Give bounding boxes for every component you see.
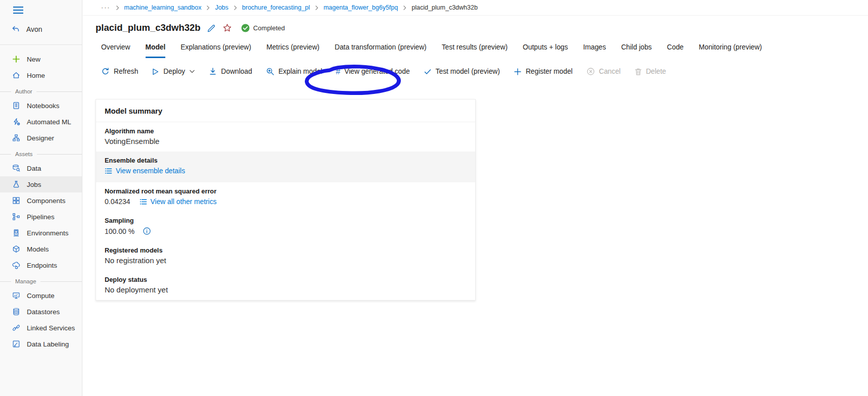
sidebar-group-manage: Manage xyxy=(0,278,82,284)
cancel-button[interactable]: Cancel xyxy=(586,67,621,76)
sidebar-item-label: New xyxy=(27,56,40,63)
model-summary-card: Model summary Algorithm name VotingEnsem… xyxy=(96,99,476,301)
tab-model[interactable]: Model xyxy=(146,43,166,58)
breadcrumb-overflow-button[interactable]: ··· xyxy=(101,4,111,11)
sampling-value: 100.00 % xyxy=(105,227,134,235)
plus-icon xyxy=(514,68,522,76)
chevron-down-icon xyxy=(189,69,195,74)
sidebar-item-endpoints[interactable]: Endpoints xyxy=(0,257,82,273)
sidebar-item-linked-services[interactable]: Linked Services xyxy=(0,320,82,336)
sidebar-item-label: Datastores xyxy=(27,308,60,316)
sidebar-item-data-labeling[interactable]: Data Labeling xyxy=(0,336,82,352)
refresh-icon xyxy=(101,67,110,76)
tab-outputs-logs[interactable]: Outputs + logs xyxy=(523,43,568,58)
magnifier-plus-icon xyxy=(266,67,275,76)
breadcrumb-link[interactable]: machine_learning_sandbox xyxy=(124,4,202,11)
sidebar-item-label: Notebooks xyxy=(27,102,60,110)
card-title: Model summary xyxy=(96,100,475,122)
sidebar-item-automated-ml[interactable]: Automated ML xyxy=(0,114,82,130)
checkmark-icon xyxy=(424,68,432,75)
notebook-icon xyxy=(12,102,20,110)
sidebar-item-new[interactable]: New xyxy=(0,51,82,67)
row-value: VotingEnsemble xyxy=(105,137,467,145)
register-model-button[interactable]: Register model xyxy=(514,68,573,76)
tab-data-transformation[interactable]: Data transformation (preview) xyxy=(335,43,427,58)
jobs-flask-icon xyxy=(12,180,20,188)
tab-overview[interactable]: Overview xyxy=(101,43,130,58)
delete-button[interactable]: Delete xyxy=(634,68,666,76)
sidebar-item-home[interactable]: Home xyxy=(0,67,82,83)
tab-test-results[interactable]: Test results (preview) xyxy=(442,43,508,58)
view-all-metrics-link[interactable]: View all other metrics xyxy=(140,198,217,206)
components-icon xyxy=(12,196,20,205)
sidebar-item-environments[interactable]: Environments xyxy=(0,225,82,241)
sidebar-item-label: Environments xyxy=(27,229,69,237)
sidebar-item-designer[interactable]: Designer xyxy=(0,130,82,146)
breadcrumb-current: placid_plum_c3dwh32b xyxy=(412,4,478,11)
plus-icon xyxy=(12,55,20,63)
sidebar-item-jobs[interactable]: Jobs xyxy=(0,176,82,192)
sidebar-item-label: Designer xyxy=(27,134,54,142)
tab-metrics[interactable]: Metrics (preview) xyxy=(266,43,319,58)
summary-row-algorithm: Algorithm name VotingEnsemble xyxy=(96,122,475,152)
row-label: Algorithm name xyxy=(105,127,467,135)
completed-check-icon xyxy=(241,24,250,32)
row-value: No registration yet xyxy=(105,256,467,265)
sidebar-item-label: Components xyxy=(27,197,66,205)
sidebar-item-label: Linked Services xyxy=(27,324,75,332)
breadcrumb-link[interactable]: Jobs xyxy=(215,4,228,11)
sidebar-item-label: Jobs xyxy=(27,181,41,188)
sidebar-item-pipelines[interactable]: Pipelines xyxy=(0,209,82,225)
data-labeling-icon xyxy=(12,340,20,348)
sidebar: Avon New Home Author Notebooks xyxy=(0,0,82,396)
hamburger-menu-icon[interactable] xyxy=(0,5,82,23)
sidebar-item-label: Pipelines xyxy=(27,213,55,221)
tab-monitoring[interactable]: Monitoring (preview) xyxy=(699,43,762,58)
edit-pencil-icon[interactable] xyxy=(207,23,216,33)
workspace-name: Avon xyxy=(26,25,42,33)
trash-icon xyxy=(634,68,642,76)
sidebar-item-notebooks[interactable]: Notebooks xyxy=(0,97,82,114)
sidebar-item-datastores[interactable]: Datastores xyxy=(0,304,82,320)
refresh-button[interactable]: Refresh xyxy=(101,67,138,76)
sidebar-item-components[interactable]: Components xyxy=(0,192,82,209)
models-cube-icon xyxy=(12,245,20,253)
workspace-back[interactable]: Avon xyxy=(0,23,82,40)
breadcrumb-link[interactable]: brochure_forecasting_pl xyxy=(242,4,310,11)
sidebar-item-data[interactable]: Data xyxy=(0,160,82,176)
breadcrumb-link[interactable]: magenta_flower_bg6y5fpq xyxy=(324,4,398,11)
summary-row-sampling: Sampling 100.00 % xyxy=(96,212,475,241)
view-ensemble-details-link[interactable]: View ensemble details xyxy=(105,167,185,175)
sidebar-item-label: Automated ML xyxy=(27,118,71,126)
sidebar-item-label: Data xyxy=(27,165,41,172)
metric-value: 0.04234 xyxy=(105,197,130,206)
tab-child-jobs[interactable]: Child jobs xyxy=(621,43,652,58)
tab-images[interactable]: Images xyxy=(583,43,606,58)
row-label: Registered models xyxy=(105,246,467,254)
deploy-button[interactable]: Deploy xyxy=(152,68,195,76)
automated-ml-icon xyxy=(12,118,20,126)
favorite-star-icon[interactable] xyxy=(222,23,232,33)
back-arrow-icon xyxy=(12,25,20,33)
sidebar-item-compute[interactable]: Compute xyxy=(0,287,82,304)
pipelines-icon xyxy=(12,213,20,221)
command-bar: Refresh Deploy Download Explain model # xyxy=(83,60,868,83)
test-model-button[interactable]: Test model (preview) xyxy=(424,68,500,75)
tab-code[interactable]: Code xyxy=(667,43,683,58)
download-button[interactable]: Download xyxy=(209,67,252,76)
list-icon xyxy=(105,168,112,174)
download-icon xyxy=(209,67,217,76)
row-label: Sampling xyxy=(105,217,467,224)
compute-monitor-icon xyxy=(12,291,20,300)
title-row: placid_plum_c3dwh32b Completed xyxy=(83,16,868,33)
info-icon[interactable] xyxy=(143,227,151,235)
view-generated-code-button[interactable]: # View generated code xyxy=(336,67,409,76)
sidebar-item-label: Endpoints xyxy=(27,262,57,269)
hash-icon: # xyxy=(336,67,340,76)
explain-model-button[interactable]: Explain model xyxy=(266,67,323,76)
linked-services-icon xyxy=(12,324,20,332)
summary-row-nrmse: Normalized root mean squared error 0.042… xyxy=(96,182,475,212)
sidebar-item-models[interactable]: Models xyxy=(0,241,82,257)
tab-explanations[interactable]: Explanations (preview) xyxy=(180,43,251,58)
page-title: placid_plum_c3dwh32b xyxy=(96,22,201,33)
